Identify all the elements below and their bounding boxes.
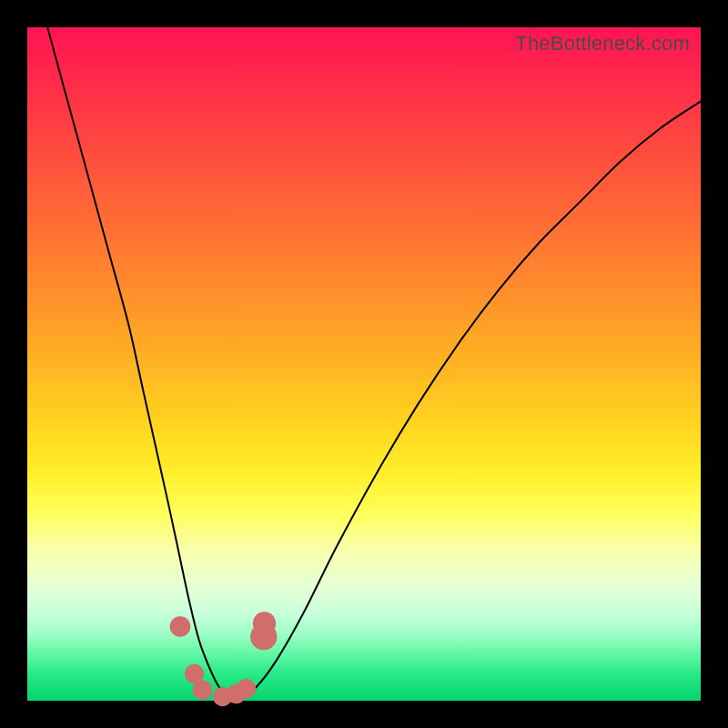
- bottleneck-curve: [47, 27, 701, 699]
- marker-group: [170, 612, 278, 706]
- plot-area: TheBottleneck.com: [27, 27, 701, 701]
- curve-layer: [27, 27, 701, 701]
- data-marker: [253, 612, 276, 634]
- data-marker: [170, 616, 191, 637]
- data-marker: [237, 679, 256, 698]
- chart-frame: TheBottleneck.com: [0, 0, 728, 728]
- data-marker: [193, 681, 212, 700]
